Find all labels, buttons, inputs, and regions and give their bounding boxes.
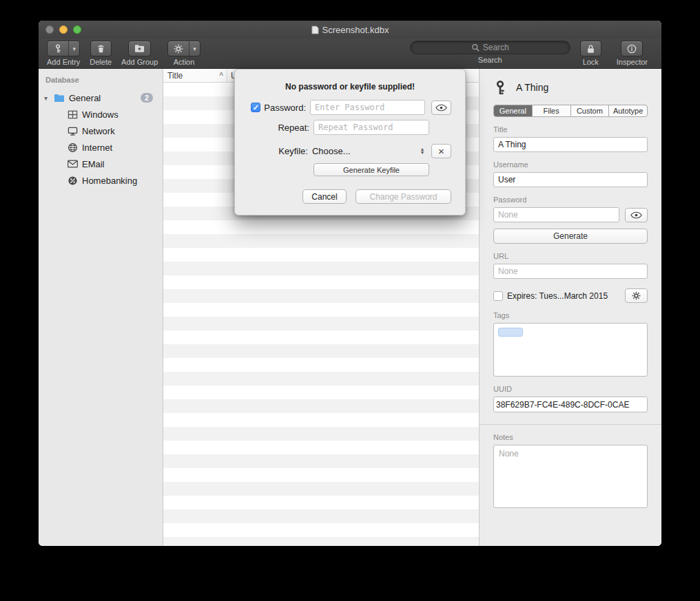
delete-label: Delete <box>90 58 112 66</box>
username-field[interactable] <box>493 172 648 187</box>
eye-icon <box>630 211 642 219</box>
sidebar-header: Database <box>39 74 163 89</box>
add-group-button[interactable] <box>128 41 151 56</box>
search-label: Search <box>478 56 502 64</box>
expires-label: Expires: Tues...March 2015 <box>507 291 608 301</box>
chevron-down-icon[interactable]: ▾ <box>68 41 79 56</box>
tab-general[interactable]: General <box>494 105 533 116</box>
sidebar-item-windows[interactable]: Windows <box>39 106 163 123</box>
lock-button[interactable] <box>580 41 601 56</box>
folder-plus-icon <box>129 41 150 56</box>
traffic-lights <box>39 25 81 34</box>
coin-icon <box>67 175 78 186</box>
windows-icon <box>67 109 78 120</box>
repeat-label: Repeat: <box>278 123 309 133</box>
envelope-icon <box>67 158 78 169</box>
tab-custom[interactable]: Custom <box>571 105 610 116</box>
window-title: Screenshot.kdbx <box>39 25 661 35</box>
search-input[interactable]: Search <box>410 41 570 54</box>
sidebar-item-network[interactable]: Network <box>39 123 163 139</box>
inspector-tabs: General Files Custom Autotype <box>493 105 648 117</box>
lock-icon <box>581 41 601 56</box>
tags-field[interactable] <box>493 323 648 377</box>
password-checkbox[interactable]: ✓ <box>251 103 260 112</box>
sidebar-item-general[interactable]: ▾ General 2 <box>39 89 163 106</box>
divider <box>480 424 661 425</box>
sidebar: Database ▾ General 2 Windows Network <box>39 69 163 546</box>
window-title-text: Screenshot.kdbx <box>322 25 389 35</box>
expires-checkbox[interactable] <box>493 291 503 301</box>
sidebar-item-label: General <box>69 93 101 103</box>
column-header-title[interactable]: Title ^ <box>163 69 227 82</box>
sidebar-item-email[interactable]: EMail <box>39 156 163 172</box>
minimize-button[interactable] <box>59 25 68 34</box>
globe-icon <box>67 142 78 153</box>
sidebar-item-internet[interactable]: Internet <box>39 139 163 156</box>
gear-icon <box>168 41 189 56</box>
titlebar: Screenshot.kdbx <box>39 21 661 39</box>
title-field[interactable] <box>493 137 648 152</box>
keyfile-select[interactable]: Choose... ▴▾ <box>312 146 425 156</box>
sidebar-item-label: Network <box>82 126 115 136</box>
sidebar-item-label: EMail <box>82 159 105 169</box>
key-plus-icon <box>48 41 68 56</box>
add-entry-label: Add Entry <box>47 58 80 66</box>
keyfile-label: Keyfile: <box>278 146 308 156</box>
tag-token[interactable] <box>498 328 523 337</box>
username-field-label: Username <box>493 160 648 169</box>
key-icon <box>493 80 507 95</box>
uuid-field[interactable] <box>493 397 648 412</box>
lock-label: Lock <box>583 58 599 66</box>
sort-ascending-icon: ^ <box>219 72 223 79</box>
add-group-label: Add Group <box>121 58 158 66</box>
notes-field[interactable]: None <box>493 445 648 508</box>
delete-button[interactable] <box>90 41 112 56</box>
repeat-password-input[interactable] <box>313 120 429 135</box>
action-button[interactable]: ▾ <box>167 41 200 56</box>
generate-password-button[interactable]: Generate <box>493 229 648 244</box>
trash-icon <box>91 41 111 56</box>
tags-field-label: Tags <box>493 311 648 319</box>
sidebar-item-label: Internet <box>82 143 112 153</box>
eye-icon <box>435 104 447 112</box>
document-icon <box>311 25 319 34</box>
search-placeholder: Search <box>483 43 509 52</box>
action-label: Action <box>174 58 195 66</box>
search-icon <box>471 43 480 52</box>
monitor-icon <box>67 125 78 136</box>
chevron-down-icon[interactable]: ▾ <box>189 41 200 56</box>
generate-keyfile-button[interactable]: Generate Keyfile <box>313 163 429 176</box>
dialog-message: No password or keyfile supplied! <box>235 82 465 92</box>
tab-autotype[interactable]: Autotype <box>609 105 647 116</box>
toolbar: ▾ Add Entry Delete Add Group <box>39 39 661 69</box>
close-icon: × <box>438 146 444 156</box>
inspector-label: Inspector <box>617 58 648 66</box>
zoom-button[interactable] <box>73 25 81 34</box>
sidebar-item-homebanking[interactable]: Homebanking <box>39 172 163 189</box>
gear-icon <box>632 291 641 300</box>
disclosure-triangle-icon[interactable]: ▾ <box>44 94 54 102</box>
inspector-panel: A Thing General Files Custom Autotype Ti… <box>479 69 661 546</box>
notes-field-label: Notes <box>493 433 648 441</box>
tab-files[interactable]: Files <box>533 105 571 116</box>
inspector-button[interactable] <box>621 41 643 56</box>
reveal-password-button[interactable] <box>431 101 451 115</box>
add-entry-button[interactable]: ▾ <box>47 41 80 56</box>
password-field[interactable] <box>493 207 619 222</box>
change-password-button[interactable]: Change Password <box>356 189 451 204</box>
url-field[interactable] <box>493 264 648 279</box>
sidebar-item-label: Windows <box>82 109 119 120</box>
clear-keyfile-button[interactable]: × <box>431 144 451 158</box>
expires-settings-button[interactable] <box>625 288 648 303</box>
folder-icon <box>54 92 65 103</box>
password-input[interactable] <box>310 100 425 115</box>
app-window: Screenshot.kdbx ▾ Add Entry Delete <box>39 21 661 546</box>
close-button[interactable] <box>45 25 54 34</box>
count-badge: 2 <box>141 93 153 103</box>
entry-title: A Thing <box>516 82 548 93</box>
cancel-button[interactable]: Cancel <box>302 189 347 204</box>
title-field-label: Title <box>493 125 648 134</box>
stepper-icon: ▴▾ <box>421 148 425 155</box>
reveal-password-button[interactable] <box>625 208 648 222</box>
url-field-label: URL <box>493 252 648 260</box>
